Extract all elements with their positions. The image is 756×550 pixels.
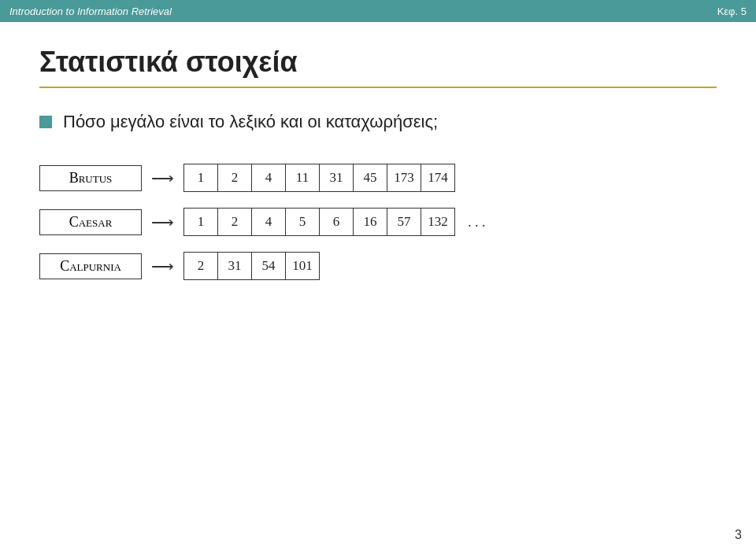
posting-cell: 54 [251, 252, 286, 280]
posting-row: Caesar⟶124561657132. . . [39, 208, 717, 236]
page-title: Στατιστικά στοιχεία [39, 46, 717, 79]
posting-cell: 31 [217, 252, 252, 280]
term-box: Calpurnia [39, 253, 142, 279]
posting-cell: 101 [285, 252, 320, 280]
posting-cell: 174 [421, 164, 455, 192]
posting-cell: 1 [183, 164, 218, 192]
posting-cell: 31 [319, 164, 354, 192]
posting-cell: 6 [319, 208, 354, 236]
bullet-icon [39, 116, 52, 128]
posting-cells: 124113145173174 [183, 164, 455, 192]
page-number: 3 [735, 528, 742, 542]
posting-cell: 132 [421, 208, 455, 236]
arrow-icon: ⟶ [151, 168, 174, 187]
term-box: Brutus [39, 165, 142, 191]
posting-cell: 4 [251, 164, 286, 192]
posting-cell: 4 [251, 208, 286, 236]
posting-cell: 1 [183, 208, 218, 236]
posting-row: Brutus⟶124113145173174 [39, 164, 717, 192]
term-box: Caesar [39, 209, 142, 235]
header-bar: Introduction to Information Retrieval Κε… [0, 0, 756, 22]
posting-cell: 11 [285, 164, 320, 192]
main-content: Στατιστικά στοιχεία Πόσο μεγάλο είναι το… [0, 22, 756, 296]
arrow-icon: ⟶ [151, 257, 174, 275]
header-title: Introduction to Information Retrieval [9, 6, 172, 17]
header-chapter: Κεφ. 5 [717, 6, 747, 17]
posting-cell: 2 [217, 208, 252, 236]
bullet-item: Πόσο μεγάλο είναι το λεξικό και οι καταχ… [39, 112, 717, 132]
title-divider [39, 87, 717, 88]
posting-cell: 16 [353, 208, 387, 236]
bullet-text: Πόσο μεγάλο είναι το λεξικό και οι καταχ… [63, 112, 438, 132]
posting-cell: 2 [183, 252, 218, 280]
arrow-icon: ⟶ [151, 212, 174, 231]
bullet-section: Πόσο μεγάλο είναι το λεξικό και οι καταχ… [39, 112, 717, 132]
posting-cell: 2 [217, 164, 252, 192]
posting-cells: 124561657132 [183, 208, 455, 236]
posting-cell: 57 [387, 208, 421, 236]
posting-row: Calpurnia⟶23154101 [39, 252, 717, 280]
posting-cell: 5 [285, 208, 320, 236]
ellipsis: . . . [468, 214, 486, 231]
posting-cell: 45 [353, 164, 387, 192]
posting-cells: 23154101 [183, 252, 320, 280]
posting-cell: 173 [387, 164, 421, 192]
posting-diagram: Brutus⟶124113145173174Caesar⟶12456165713… [39, 164, 717, 280]
